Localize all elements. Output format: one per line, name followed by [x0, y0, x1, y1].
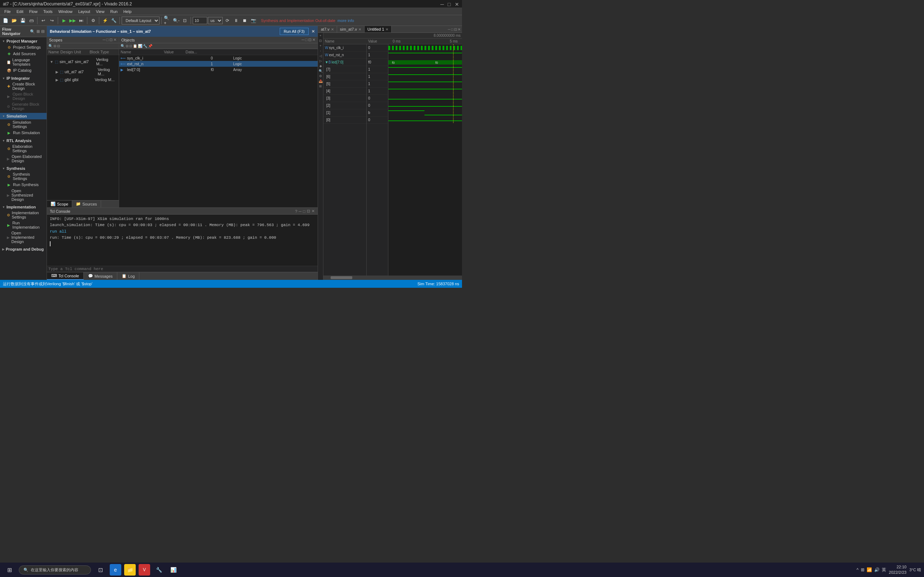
wave-traces[interactable]: f0 f0 [388, 44, 462, 276]
wave-side-zoom-out[interactable]: - [318, 49, 323, 53]
run-all-button[interactable]: Run All (F3) [280, 28, 309, 35]
nav-section-title-simulation[interactable]: ▼ Simulation [0, 113, 47, 119]
obj-float-icon[interactable]: ⊡ [308, 37, 312, 42]
console-max-icon[interactable]: □ [303, 209, 305, 213]
menu-tools[interactable]: Tools [40, 9, 56, 15]
scope-collapse-icon[interactable]: ⊟ [57, 44, 60, 48]
wave-name-0[interactable]: [0] [323, 116, 366, 124]
console-tab-tcl[interactable]: ⌨ Tcl Console [47, 272, 84, 280]
scope-row-sim-at7[interactable]: ▼ ⬚ sim_at7 sim_at7 Verilog M... [48, 56, 117, 67]
nav-item-generate-block-design[interactable]: ⚙ Generate Block Design [0, 102, 47, 111]
obj-btn5[interactable]: 🔧 [143, 44, 147, 48]
toolbar-fit[interactable]: ⊡ [181, 16, 189, 24]
toolbar-impl[interactable]: 🔧 [110, 16, 118, 24]
obj-search-icon[interactable]: 🔍 [121, 44, 125, 48]
obj-btn3[interactable]: 📋 [133, 44, 137, 48]
scope-row-glbl[interactable]: ▶ ⬚ glbl glbl Verilog M... [48, 77, 117, 82]
console-min-icon[interactable]: ─ [299, 209, 302, 213]
wave-tab-sim-at7[interactable]: sim_at7.v ✕ [337, 26, 365, 32]
flow-nav-collapse-icon[interactable]: ⊟ [41, 29, 44, 34]
menu-file[interactable]: File [2, 9, 14, 15]
wave-side-zoom-in[interactable]: + [318, 44, 323, 48]
untitled-tab-close[interactable]: ✕ [386, 27, 388, 31]
menu-window[interactable]: Window [56, 9, 76, 15]
obj-close-icon[interactable]: ✕ [312, 37, 315, 42]
wave-name-7[interactable]: [7] [323, 66, 366, 73]
scopes-float-icon[interactable]: ⊡ [109, 37, 113, 42]
toolbar-pause[interactable]: ⏸ [232, 16, 240, 24]
nav-section-title-synthesis[interactable]: ▼ Synthesis [0, 165, 47, 171]
wave-side-mark[interactable]: ◆ [318, 64, 323, 68]
menu-flow[interactable]: Flow [26, 9, 40, 15]
wave-tab-untitled[interactable]: Untitled 1 ✕ [365, 26, 392, 32]
scope-expand-icon[interactable]: ⊞ [53, 44, 56, 48]
toolbar-save-all[interactable]: 🗃 [27, 16, 36, 24]
wave-tab-at7[interactable]: at7.v ✕ [318, 26, 337, 32]
toolbar-zoomout[interactable]: 🔍- [172, 16, 180, 24]
obj-btn2[interactable]: ⊟ [129, 44, 132, 48]
toolbar-run[interactable]: ▶ [60, 16, 68, 24]
toolbar-step[interactable]: ⏭ [77, 16, 85, 24]
nav-section-title-impl[interactable]: ▼ Implementation [0, 204, 47, 210]
menu-run[interactable]: Run [107, 9, 120, 15]
obj-max-icon[interactable]: □ [305, 37, 307, 42]
obj-row-sys-clk[interactable]: ⟵ sys_clk_i 0 Logic [119, 55, 318, 61]
toolbar-cam[interactable]: 📷 [249, 16, 257, 24]
obj-row-led[interactable]: ▶ led[7:0] f0 Array [119, 67, 318, 73]
nav-item-ip-catalog[interactable]: 📦 IP Catalog [0, 67, 47, 74]
toolbar-save[interactable]: 💾 [19, 16, 27, 24]
wave-name-sys-clk[interactable]: W sys_clk_i [323, 44, 366, 52]
scopes-max-icon[interactable]: □ [106, 37, 109, 42]
obj-btn6[interactable]: 📌 [148, 44, 152, 48]
close-button[interactable]: ✕ [455, 2, 459, 6]
more-info-link[interactable]: more info [338, 18, 354, 23]
wave-name-4[interactable]: [4] [323, 88, 366, 95]
toolbar-new[interactable]: 📄 [2, 16, 10, 24]
wave-scrollbar[interactable] [323, 276, 462, 280]
nav-section-title-project-manager[interactable]: ▼ Project Manager [0, 38, 47, 44]
wave-name-6[interactable]: [6] [323, 73, 366, 81]
wave-name-3[interactable]: [3] [323, 95, 366, 102]
wave-side-zoom-fit[interactable]: ⊡ [318, 39, 323, 43]
wave-side-settings[interactable]: ⚙ [318, 74, 323, 78]
console-tab-messages[interactable]: 💬 Messages [84, 272, 117, 280]
toolbar-restart[interactable]: ⟳ [223, 16, 231, 24]
wave-side-next[interactable]: ▷ [318, 59, 323, 63]
wave-name-ext-rst[interactable]: W ext_rst_n [323, 52, 366, 59]
toolbar-redo[interactable]: ↪ [48, 16, 56, 24]
menu-help[interactable]: Help [121, 9, 135, 15]
toolbar-stop[interactable]: ⏹ [241, 16, 249, 24]
wave-name-led[interactable]: ▼ B led[7:0] [323, 59, 366, 66]
scope-row-utt-at7[interactable]: ▶ ⬚ utt_at7 at7 Verilog M... [48, 67, 117, 77]
console-close-icon[interactable]: ✕ [312, 209, 315, 213]
nav-item-create-block-design[interactable]: ✚ Create Block Design [0, 81, 47, 91]
nav-section-title-prog-debug[interactable]: ▶ Program and Debug [0, 246, 47, 252]
console-help-icon[interactable]: ? [295, 209, 297, 213]
sim-close-icon[interactable]: ✕ [312, 29, 315, 34]
maximize-button[interactable]: □ [447, 2, 452, 6]
nav-item-open-impl[interactable]: ▶ Open Implemented Design [0, 230, 47, 245]
tab-scope[interactable]: 📊 Scope [47, 200, 72, 207]
nav-item-language-templates[interactable]: 📋 Language Templates [0, 57, 47, 67]
wave-side-expand[interactable]: ⊞ [318, 84, 323, 89]
wave-panel-min[interactable]: ─ [448, 27, 451, 31]
obj-btn4[interactable]: 📊 [138, 44, 142, 48]
nav-item-open-elaborated[interactable]: ▶ Open Elaborated Design [0, 154, 47, 164]
nav-item-impl-settings[interactable]: ⚙ Implementation Settings [0, 210, 47, 220]
scopes-close-icon[interactable]: ✕ [113, 37, 116, 42]
wave-side-add[interactable]: + [318, 34, 323, 38]
wave-name-2[interactable]: [2] [323, 102, 366, 109]
wave-scroll-thumb[interactable] [331, 276, 352, 279]
toolbar-settings[interactable]: ⚙ [89, 16, 97, 24]
wave-panel-float[interactable]: ⊡ [454, 27, 457, 31]
console-input[interactable] [48, 267, 316, 271]
wave-side-search[interactable]: 🔍 [318, 69, 323, 73]
wave-panel-max[interactable]: □ [451, 27, 453, 31]
console-tab-log[interactable]: 📋 Log [117, 272, 139, 280]
at7-tab-close[interactable]: ✕ [331, 27, 334, 31]
flow-nav-expand-icon[interactable]: ⊞ [36, 29, 40, 34]
wave-name-5[interactable]: [5] [323, 81, 366, 88]
toolbar-undo[interactable]: ↩ [39, 16, 47, 24]
flow-nav-search-icon[interactable]: 🔍 [30, 29, 35, 34]
wave-side-prev[interactable]: ◁ [318, 54, 323, 58]
